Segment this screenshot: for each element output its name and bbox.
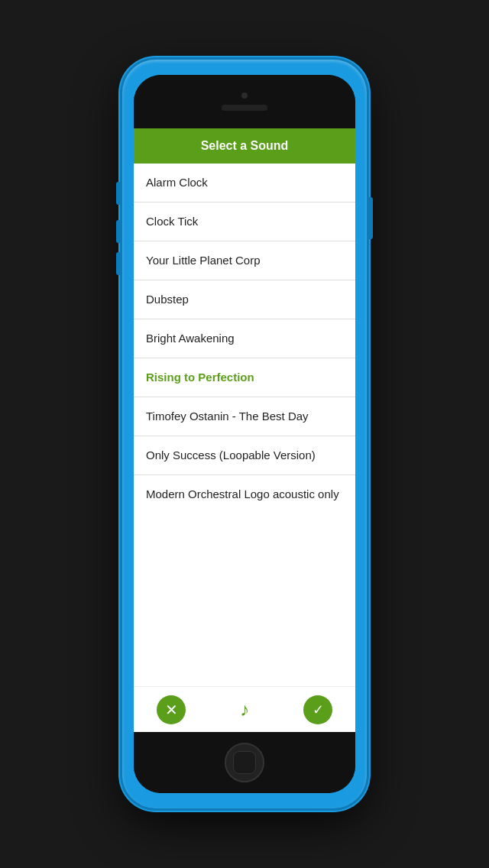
sound-label: Timofey Ostanin - The Best Day bbox=[146, 410, 309, 423]
list-item[interactable]: Dubstep bbox=[134, 280, 355, 319]
home-button-inner bbox=[233, 751, 256, 774]
volume-buttons bbox=[116, 220, 121, 275]
cancel-button[interactable]: ✕ bbox=[157, 695, 186, 724]
sound-list: Alarm ClockClock TickYour Little Planet … bbox=[134, 164, 355, 686]
screen-header: Select a Sound bbox=[134, 128, 355, 164]
volume-up bbox=[116, 220, 121, 243]
list-item[interactable]: Only Success (Loopable Version) bbox=[134, 436, 355, 475]
sound-label: Alarm Clock bbox=[146, 176, 208, 189]
bottom-bar: ✕ ♪ ✓ bbox=[134, 686, 355, 732]
cancel-icon: ✕ bbox=[165, 702, 178, 717]
top-bar bbox=[134, 75, 355, 128]
sound-label: Modern Orchestral Logo acoustic only bbox=[146, 487, 339, 500]
list-item[interactable]: Timofey Ostanin - The Best Day bbox=[134, 397, 355, 436]
sound-label: Clock Tick bbox=[146, 215, 198, 228]
screen: Select a Sound Alarm ClockClock TickYour… bbox=[134, 128, 355, 732]
sound-label: Rising to Perfection bbox=[146, 371, 254, 384]
sound-label: Dubstep bbox=[146, 293, 189, 306]
speaker-grille bbox=[222, 105, 267, 111]
sound-label: Your Little Planet Corp bbox=[146, 254, 261, 267]
music-icon: ♪ bbox=[240, 699, 249, 721]
phone-inner: Select a Sound Alarm ClockClock TickYour… bbox=[134, 75, 355, 793]
list-item[interactable]: Bright Awakening bbox=[134, 319, 355, 358]
sound-label: Bright Awakening bbox=[146, 332, 235, 345]
confirm-icon: ✓ bbox=[313, 703, 324, 717]
sound-label: Only Success (Loopable Version) bbox=[146, 449, 316, 462]
bottom-area bbox=[134, 732, 355, 793]
list-item[interactable]: Your Little Planet Corp bbox=[134, 241, 355, 280]
confirm-button[interactable]: ✓ bbox=[303, 695, 332, 724]
list-item[interactable]: Alarm Clock bbox=[134, 164, 355, 202]
home-button[interactable] bbox=[225, 743, 264, 782]
screen-title: Select a Sound bbox=[201, 139, 289, 152]
phone-frame: Select a Sound Alarm ClockClock TickYour… bbox=[122, 60, 367, 808]
volume-down bbox=[116, 252, 121, 275]
camera-dot bbox=[241, 92, 248, 99]
list-item[interactable]: Modern Orchestral Logo acoustic only bbox=[134, 475, 355, 513]
list-item[interactable]: Clock Tick bbox=[134, 202, 355, 241]
list-item[interactable]: Rising to Perfection bbox=[134, 358, 355, 397]
